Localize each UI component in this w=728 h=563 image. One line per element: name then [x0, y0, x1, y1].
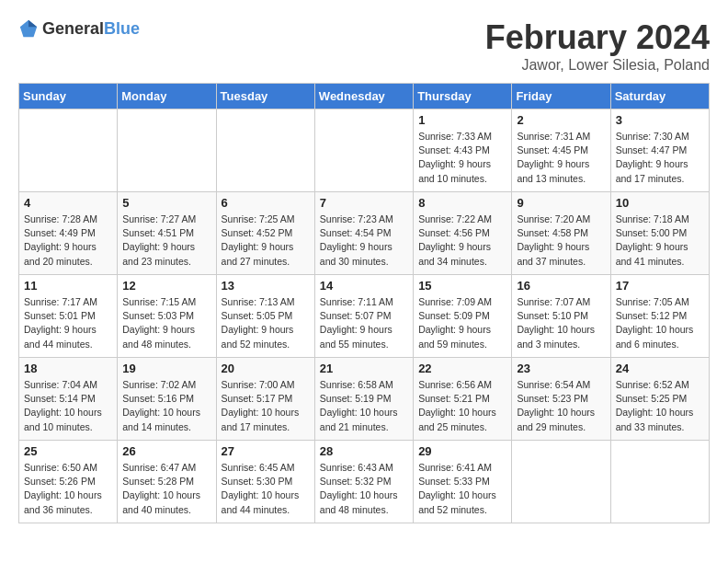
weekday-header-friday: Friday — [512, 84, 610, 109]
title-block: February 2024 Jawor, Lower Silesia, Pola… — [485, 18, 710, 74]
day-number: 8 — [418, 196, 506, 210]
day-detail: Sunrise: 7:23 AM Sunset: 4:54 PM Dayligh… — [320, 213, 408, 269]
weekday-header-row: SundayMondayTuesdayWednesdayThursdayFrid… — [19, 84, 710, 109]
day-detail: Sunrise: 6:58 AM Sunset: 5:19 PM Dayligh… — [320, 378, 408, 434]
calendar-cell — [216, 109, 314, 192]
day-number: 3 — [616, 113, 704, 127]
day-detail: Sunrise: 7:07 AM Sunset: 5:10 PM Dayligh… — [517, 295, 605, 351]
calendar-cell: 17Sunrise: 7:05 AM Sunset: 5:12 PM Dayli… — [610, 275, 709, 358]
day-number: 20 — [222, 362, 310, 375]
day-number: 27 — [222, 444, 310, 458]
day-detail: Sunrise: 7:15 AM Sunset: 5:03 PM Dayligh… — [122, 295, 210, 351]
calendar-cell: 23Sunrise: 6:54 AM Sunset: 5:23 PM Dayli… — [512, 358, 610, 441]
weekday-header-tuesday: Tuesday — [216, 84, 314, 109]
calendar-week-5: 25Sunrise: 6:50 AM Sunset: 5:26 PM Dayli… — [19, 441, 710, 523]
weekday-header-thursday: Thursday — [414, 84, 512, 109]
day-number: 24 — [616, 362, 704, 375]
day-detail: Sunrise: 7:18 AM Sunset: 5:00 PM Dayligh… — [616, 213, 704, 269]
day-detail: Sunrise: 6:54 AM Sunset: 5:23 PM Dayligh… — [517, 378, 605, 434]
month-title: February 2024 — [485, 18, 710, 57]
calendar-cell — [314, 109, 413, 192]
calendar-cell: 11Sunrise: 7:17 AM Sunset: 5:01 PM Dayli… — [19, 275, 118, 358]
calendar-cell — [610, 441, 709, 523]
day-detail: Sunrise: 7:00 AM Sunset: 5:17 PM Dayligh… — [222, 378, 310, 434]
day-number: 23 — [517, 362, 605, 375]
calendar-cell: 29Sunrise: 6:41 AM Sunset: 5:33 PM Dayli… — [414, 441, 512, 523]
calendar-cell: 13Sunrise: 7:13 AM Sunset: 5:05 PM Dayli… — [216, 275, 314, 358]
day-number: 28 — [320, 444, 408, 458]
calendar-cell: 20Sunrise: 7:00 AM Sunset: 5:17 PM Dayli… — [216, 358, 314, 441]
day-number: 1 — [418, 113, 506, 127]
day-number: 13 — [222, 279, 310, 293]
calendar-cell — [19, 109, 118, 192]
calendar-cell: 1Sunrise: 7:33 AM Sunset: 4:43 PM Daylig… — [414, 109, 512, 192]
day-detail: Sunrise: 7:27 AM Sunset: 4:51 PM Dayligh… — [122, 213, 210, 269]
day-number: 15 — [418, 279, 506, 293]
calendar-cell: 8Sunrise: 7:22 AM Sunset: 4:56 PM Daylig… — [414, 192, 512, 275]
calendar-cell: 21Sunrise: 6:58 AM Sunset: 5:19 PM Dayli… — [314, 358, 413, 441]
calendar-cell — [118, 109, 216, 192]
calendar-cell: 15Sunrise: 7:09 AM Sunset: 5:09 PM Dayli… — [414, 275, 512, 358]
day-number: 11 — [24, 279, 112, 293]
calendar-cell: 2Sunrise: 7:31 AM Sunset: 4:45 PM Daylig… — [512, 109, 610, 192]
calendar-cell: 27Sunrise: 6:45 AM Sunset: 5:30 PM Dayli… — [216, 441, 314, 523]
day-detail: Sunrise: 7:22 AM Sunset: 4:56 PM Dayligh… — [418, 213, 506, 269]
day-number: 22 — [418, 362, 506, 375]
calendar-cell — [512, 441, 610, 523]
day-detail: Sunrise: 7:20 AM Sunset: 4:58 PM Dayligh… — [517, 213, 605, 269]
weekday-header-wednesday: Wednesday — [314, 84, 413, 109]
calendar-week-3: 11Sunrise: 7:17 AM Sunset: 5:01 PM Dayli… — [19, 275, 710, 358]
day-number: 2 — [517, 113, 605, 127]
calendar-cell: 14Sunrise: 7:11 AM Sunset: 5:07 PM Dayli… — [314, 275, 413, 358]
day-detail: Sunrise: 7:25 AM Sunset: 4:52 PM Dayligh… — [222, 213, 310, 269]
calendar-cell: 28Sunrise: 6:43 AM Sunset: 5:32 PM Dayli… — [314, 441, 413, 523]
day-detail: Sunrise: 6:52 AM Sunset: 5:25 PM Dayligh… — [616, 378, 704, 434]
calendar-cell: 16Sunrise: 7:07 AM Sunset: 5:10 PM Dayli… — [512, 275, 610, 358]
calendar-cell: 5Sunrise: 7:27 AM Sunset: 4:51 PM Daylig… — [118, 192, 216, 275]
calendar-cell: 22Sunrise: 6:56 AM Sunset: 5:21 PM Dayli… — [414, 358, 512, 441]
day-detail: Sunrise: 6:56 AM Sunset: 5:21 PM Dayligh… — [418, 378, 506, 434]
day-number: 26 — [122, 444, 210, 458]
weekday-header-saturday: Saturday — [610, 84, 709, 109]
svg-marker-1 — [28, 20, 37, 27]
day-detail: Sunrise: 6:41 AM Sunset: 5:33 PM Dayligh… — [418, 461, 506, 517]
calendar-week-1: 1Sunrise: 7:33 AM Sunset: 4:43 PM Daylig… — [19, 109, 710, 192]
day-number: 10 — [616, 196, 704, 210]
day-number: 4 — [24, 196, 112, 210]
day-detail: Sunrise: 7:04 AM Sunset: 5:14 PM Dayligh… — [24, 378, 112, 434]
logo-text: GeneralBlue — [42, 19, 140, 39]
day-number: 6 — [222, 196, 310, 210]
day-number: 19 — [122, 362, 210, 375]
day-detail: Sunrise: 6:47 AM Sunset: 5:28 PM Dayligh… — [122, 461, 210, 517]
day-detail: Sunrise: 7:17 AM Sunset: 5:01 PM Dayligh… — [24, 295, 112, 351]
calendar-week-2: 4Sunrise: 7:28 AM Sunset: 4:49 PM Daylig… — [19, 192, 710, 275]
day-number: 21 — [320, 362, 408, 375]
day-number: 12 — [122, 279, 210, 293]
location-subtitle: Jawor, Lower Silesia, Poland — [485, 57, 710, 74]
page-header: GeneralBlue February 2024 Jawor, Lower S… — [18, 18, 710, 74]
day-detail: Sunrise: 7:13 AM Sunset: 5:05 PM Dayligh… — [222, 295, 310, 351]
logo: GeneralBlue — [18, 18, 140, 39]
day-detail: Sunrise: 7:09 AM Sunset: 5:09 PM Dayligh… — [418, 295, 506, 351]
day-detail: Sunrise: 7:11 AM Sunset: 5:07 PM Dayligh… — [320, 295, 408, 351]
calendar-cell: 19Sunrise: 7:02 AM Sunset: 5:16 PM Dayli… — [118, 358, 216, 441]
day-number: 18 — [24, 362, 112, 375]
calendar-cell: 12Sunrise: 7:15 AM Sunset: 5:03 PM Dayli… — [118, 275, 216, 358]
calendar-cell: 4Sunrise: 7:28 AM Sunset: 4:49 PM Daylig… — [19, 192, 118, 275]
calendar-table: SundayMondayTuesdayWednesdayThursdayFrid… — [18, 83, 710, 523]
calendar-cell: 3Sunrise: 7:30 AM Sunset: 4:47 PM Daylig… — [610, 109, 709, 192]
calendar-cell: 25Sunrise: 6:50 AM Sunset: 5:26 PM Dayli… — [19, 441, 118, 523]
logo-icon — [18, 18, 39, 39]
day-detail: Sunrise: 7:33 AM Sunset: 4:43 PM Dayligh… — [418, 130, 506, 186]
day-detail: Sunrise: 7:02 AM Sunset: 5:16 PM Dayligh… — [122, 378, 210, 434]
calendar-week-4: 18Sunrise: 7:04 AM Sunset: 5:14 PM Dayli… — [19, 358, 710, 441]
day-detail: Sunrise: 6:43 AM Sunset: 5:32 PM Dayligh… — [320, 461, 408, 517]
calendar-cell: 26Sunrise: 6:47 AM Sunset: 5:28 PM Dayli… — [118, 441, 216, 523]
day-number: 16 — [517, 279, 605, 293]
day-number: 25 — [24, 444, 112, 458]
day-number: 29 — [418, 444, 506, 458]
calendar-cell: 6Sunrise: 7:25 AM Sunset: 4:52 PM Daylig… — [216, 192, 314, 275]
day-detail: Sunrise: 7:30 AM Sunset: 4:47 PM Dayligh… — [616, 130, 704, 186]
day-detail: Sunrise: 6:50 AM Sunset: 5:26 PM Dayligh… — [24, 461, 112, 517]
day-number: 9 — [517, 196, 605, 210]
